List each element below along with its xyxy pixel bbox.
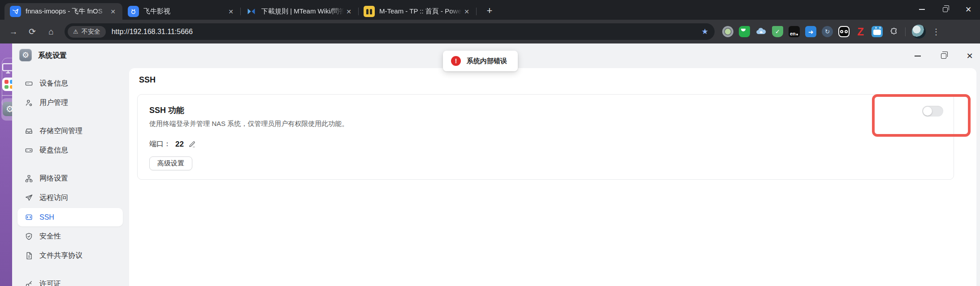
tab-fnos[interactable]: fnnas-imoops - 飞牛 fnOS ✕ [4, 3, 122, 20]
extension-export-icon[interactable]: ➜ [803, 24, 819, 39]
extension-z-icon[interactable]: Z [853, 24, 868, 39]
sidebar-item-label: 硬盘信息 [39, 146, 68, 155]
settings-minimize-button[interactable] [914, 52, 922, 60]
browser-tab-bar: fnnas-imoops - 飞牛 fnOS ✕ 飞牛影视 ✕ 下載規則 | M… [0, 0, 980, 20]
settings-gear-icon: ⚙ [19, 49, 32, 61]
settings-sidebar: 设备信息 用户管理 存储空间管理 硬盘信息 网络设置 [12, 68, 124, 286]
settings-content-panel: SSH SSH 功能 使用终端登录并管理 NAS 系统，仅管理员用户有权限使用此… [129, 68, 976, 286]
sidebar-item-label: 安全性 [39, 232, 61, 241]
sidebar-item-file-sharing[interactable]: 文件共享协议 [17, 247, 123, 265]
bookmark-star-icon[interactable]: ★ [699, 27, 711, 36]
address-bar[interactable]: ⚠ 不安全 http://192.168.31.11:5666 ★ [65, 23, 715, 40]
desktop-page: ⚙ ⚙ 系统设置 ✕ 设备信息 用户管理 [0, 43, 980, 286]
reload-icon[interactable]: ⟳ [23, 23, 41, 41]
tab-close-icon[interactable]: ✕ [462, 7, 472, 17]
sidebar-item-label: 网络设置 [39, 174, 68, 183]
url-text[interactable]: http://192.168.31.11:5666 [112, 28, 699, 36]
sidebar-item-label: 文件共享协议 [39, 251, 82, 260]
sidebar-item-ssh[interactable]: SSH [17, 208, 123, 226]
ssh-feature-description: 使用终端登录并管理 NAS 系统，仅管理员用户有权限使用此功能。 [149, 120, 942, 128]
port-row: 端口： 22 [149, 139, 942, 149]
tab-mteam-tp[interactable]: M-Team - TP :: 首頁 - Powered ✕ [358, 3, 476, 20]
home-icon[interactable]: ⌂ [42, 23, 60, 41]
tab-title: 飞牛影视 [143, 7, 226, 16]
port-label: 端口： [149, 139, 171, 149]
document-icon [25, 251, 33, 260]
browser-window-controls: ✕ [910, 0, 980, 19]
forward-icon[interactable]: → [4, 23, 22, 41]
mteam-wiki-favicon [246, 6, 257, 17]
new-tab-button[interactable]: + [482, 4, 497, 18]
settings-content: SSH SSH 功能 使用终端登录并管理 NAS 系统，仅管理员用户有权限使用此… [124, 68, 980, 286]
browser-close-button[interactable]: ✕ [957, 0, 980, 19]
extension-sync-icon[interactable]: ↻ [820, 24, 835, 39]
settings-close-button[interactable]: ✕ [966, 52, 974, 60]
profile-avatar[interactable] [912, 25, 926, 39]
tab-close-icon[interactable]: ✕ [344, 7, 354, 17]
tab-separator [476, 8, 477, 15]
error-toast: ! 系统内部错误 [443, 51, 518, 71]
extension-tv-icon[interactable] [869, 24, 885, 39]
ssh-toggle[interactable] [922, 106, 943, 117]
dock-appgrid-icon[interactable] [2, 78, 12, 91]
warning-icon: ⚠ [73, 28, 78, 35]
settings-restore-button[interactable] [940, 52, 948, 60]
tab-title: M-Team - TP :: 首頁 - Powered [379, 7, 462, 16]
shield-icon [25, 232, 33, 241]
dock-divider [2, 95, 12, 96]
page-title: SSH [139, 75, 156, 85]
port-value: 22 [175, 140, 184, 149]
security-chip[interactable]: ⚠ 不安全 [68, 26, 106, 38]
tab-title: fnnas-imoops - 飞牛 fnOS [26, 7, 108, 16]
extension-translate-icon[interactable]: en [786, 24, 802, 39]
sidebar-item-remote-access[interactable]: 远程访问 [17, 189, 123, 207]
extension-shield-icon[interactable]: ✓ [770, 24, 785, 39]
ssh-card: SSH 功能 使用终端登录并管理 NAS 系统，仅管理员用户有权限使用此功能。 … [137, 94, 954, 180]
browser-minimize-button[interactable] [910, 0, 933, 19]
settings-window-controls: ✕ [914, 43, 974, 68]
sidebar-item-user-management[interactable]: 用户管理 [17, 94, 123, 112]
browser-menu-icon[interactable]: ⋮ [928, 24, 944, 39]
extension-ring-icon[interactable] [720, 24, 736, 39]
edit-port-icon[interactable] [188, 140, 196, 148]
settings-window: ⚙ 系统设置 ✕ 设备信息 用户管理 [12, 43, 980, 286]
extension-eyes-icon[interactable] [836, 24, 852, 39]
tab-close-icon[interactable]: ✕ [226, 7, 236, 17]
browser-restore-button[interactable] [933, 0, 957, 19]
toast-message: 系统内部错误 [467, 57, 507, 65]
users-icon [25, 99, 33, 107]
disk-icon [25, 146, 33, 155]
dock-monitor-icon[interactable] [1, 61, 12, 77]
toolbar-separator [905, 27, 906, 36]
tab-fnvideo[interactable]: 飞牛影视 ✕ [122, 3, 240, 20]
tab-close-icon[interactable]: ✕ [108, 7, 118, 17]
ssh-feature-title: SSH 功能 [149, 105, 942, 116]
ssh-icon [25, 213, 33, 221]
sidebar-item-license[interactable]: 许可证 [17, 275, 123, 286]
sidebar-item-storage-management[interactable]: 存储空间管理 [17, 122, 123, 140]
sidebar-item-network-settings[interactable]: 网络设置 [17, 169, 123, 188]
browser-toolbar: → ⟳ ⌂ ⚠ 不安全 http://192.168.31.11:5666 ★ … [0, 20, 980, 43]
fnvideo-favicon [128, 6, 139, 17]
desktop-dock: ⚙ [0, 43, 12, 286]
sidebar-item-security[interactable]: 安全性 [17, 227, 123, 246]
sidebar-item-label: 存储空间管理 [39, 126, 82, 136]
key-icon [25, 280, 33, 286]
device-icon [25, 79, 33, 88]
settings-window-title: 系统设置 [38, 51, 67, 61]
tab-mteam-wiki[interactable]: 下載規則 | MTeam Wiki/問答 ✕ [240, 3, 358, 20]
sidebar-item-label: 用户管理 [39, 98, 68, 108]
extensions-puzzle-icon[interactable] [886, 24, 902, 39]
sidebar-item-label: 许可证 [39, 279, 61, 286]
extension-evernote-icon[interactable] [737, 24, 752, 39]
sidebar-item-device-info[interactable]: 设备信息 [17, 74, 123, 93]
sidebar-item-label: 远程访问 [39, 193, 68, 203]
sidebar-item-disk-info[interactable]: 硬盘信息 [17, 141, 123, 160]
advanced-settings-button[interactable]: 高级设置 [149, 156, 192, 170]
tab-title: 下載規則 | MTeam Wiki/問答 [261, 7, 344, 16]
paper-plane-icon [25, 194, 33, 202]
sidebar-item-label: SSH [39, 213, 54, 221]
fnos-favicon [10, 6, 21, 17]
extension-cloud-icon[interactable] [753, 24, 769, 39]
dock-settings-icon[interactable]: ⚙ [3, 102, 12, 116]
